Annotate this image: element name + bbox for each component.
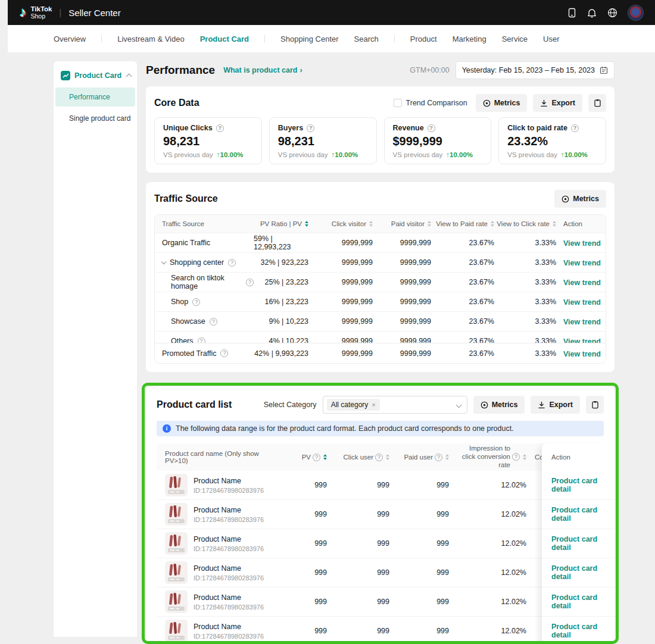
category-select[interactable]: All category × (323, 396, 467, 414)
calendar-icon (600, 66, 608, 74)
view-trend-link[interactable]: View trend (563, 298, 601, 307)
view-to-click-value: 3.33% (494, 298, 556, 306)
help-icon[interactable]: ? (313, 454, 320, 461)
help-icon[interactable]: ? (375, 454, 383, 461)
pv-value: 999 (279, 627, 327, 635)
tiktok-shop-logo[interactable]: ♪ TikTok Shop (20, 5, 52, 19)
paid-visitor-value: 9999,999 (373, 278, 431, 286)
device-icon[interactable] (567, 8, 576, 18)
vs-previous-day-label: VS previous day (278, 151, 328, 158)
help-icon[interactable]: ? (435, 454, 442, 461)
impression-rate-value: 12.02% (449, 539, 526, 548)
view-to-paid-value: 23.67% (431, 239, 494, 247)
traffic-source-name: Organic Traffic (162, 239, 210, 247)
product-card-detail-link[interactable]: Product card detail (551, 593, 615, 610)
help-icon[interactable]: ? (571, 124, 579, 132)
nav-item[interactable]: User (543, 35, 559, 43)
date-range-picker[interactable]: Yesterday: Feb 15, 2023 – Feb 15, 2023 (456, 61, 615, 79)
product-card-detail-link[interactable]: Product card detail (551, 477, 615, 493)
help-icon[interactable]: ? (210, 318, 217, 326)
view-trend-link[interactable]: View trend (563, 279, 601, 287)
product-card-detail-link[interactable]: Product card detail (551, 623, 615, 639)
view-trend-link[interactable]: View trend (563, 350, 601, 358)
traffic-source-name: Promoted Traffic (162, 349, 216, 358)
help-icon[interactable]: ? (512, 453, 520, 461)
click-visitor-value: 9999,999 (308, 278, 373, 286)
help-icon[interactable]: ? (246, 279, 254, 286)
product-card-detail-link[interactable]: Product card detail (551, 506, 615, 523)
metrics-button[interactable]: Metrics (473, 396, 525, 414)
view-trend-link[interactable]: View trend (563, 318, 601, 326)
view-trend-link[interactable]: View trend (563, 239, 601, 248)
sidebar-item[interactable]: Single product card (54, 109, 137, 128)
topbar: ♪ TikTok Shop | Seller Center (8, 0, 655, 25)
nav-item[interactable] (101, 35, 102, 43)
help-icon[interactable]: ? (307, 124, 314, 132)
nav-item[interactable] (394, 35, 395, 43)
paid-user-value: 999 (389, 510, 449, 518)
tiktok-note-icon: ♪ (20, 5, 27, 19)
copy-data-button[interactable] (586, 396, 604, 414)
what-is-product-card-link[interactable]: What is product card› (223, 66, 302, 74)
click-user-value: 999 (327, 510, 389, 518)
trend-comparison-checkbox[interactable]: Trend Comparison (394, 99, 467, 107)
copy-data-button[interactable] (588, 94, 606, 112)
product-thumbnail (165, 620, 188, 642)
metrics-icon (562, 195, 569, 203)
nav-item[interactable]: Shopping Center (280, 35, 339, 43)
metrics-button[interactable]: Metrics (476, 94, 528, 112)
click-visitor-value: 9999,999 (308, 337, 373, 343)
nav-item[interactable]: Marketing (453, 35, 486, 43)
sidebar-section-product-card[interactable]: Product Card (54, 71, 137, 80)
product-name: Product Name (194, 477, 264, 485)
nav-item[interactable]: Overview (54, 35, 86, 43)
view-trend-link[interactable]: View trend (563, 259, 601, 267)
info-banner: i The following data range is for the pr… (157, 421, 604, 436)
view-to-paid-value: 23.67% (431, 258, 494, 267)
nav-item[interactable]: Product (410, 35, 437, 43)
export-button[interactable]: Export (533, 94, 582, 112)
nav-item[interactable] (264, 35, 265, 43)
nav-item[interactable]: Livestream & Video (117, 35, 185, 43)
click-user-value: 999 (327, 568, 389, 577)
product-card-detail-link[interactable]: Product card detail (551, 564, 615, 581)
nav-item[interactable]: Product Card (200, 35, 249, 43)
avatar[interactable] (628, 5, 643, 20)
select-category-label: Select Category (264, 401, 317, 409)
export-button[interactable]: Export (531, 396, 580, 414)
globe-icon[interactable] (607, 8, 617, 18)
remove-tag-icon[interactable]: × (372, 401, 375, 408)
col-paid-user: Paid user? (389, 454, 449, 461)
chevron-up-icon[interactable] (126, 74, 132, 80)
metric-card: Revenue ? $999,999 VS previous day ↑10.0… (384, 117, 492, 164)
nav-item[interactable]: Service (502, 35, 528, 43)
view-trend-link[interactable]: View trend (563, 337, 601, 343)
chevron-down-icon[interactable] (161, 260, 166, 264)
delta-value: 10.00% (335, 151, 358, 158)
click-user-value: 999 (327, 539, 389, 548)
paid-user-value: 999 (389, 598, 449, 606)
help-icon[interactable]: ? (198, 337, 205, 343)
metrics-button[interactable]: Metrics (554, 190, 606, 208)
col-view-to-paid: View to Paid rate (431, 220, 494, 227)
nav-item[interactable]: Search (354, 35, 379, 43)
help-icon[interactable]: ? (216, 124, 224, 132)
pv-ratio-value: 25% | 23,223 (254, 278, 308, 286)
sidebar-section-label: Product Card (74, 71, 121, 80)
paid-user-value: 999 (389, 568, 449, 577)
product-thumbnail (165, 561, 188, 584)
help-icon[interactable]: ? (192, 298, 200, 306)
product-thumbnail (165, 532, 188, 555)
traffic-table-header: Traffic Source PV Ratio | PV Click visit… (155, 215, 606, 233)
date-range-value: Yesterday: Feb 15, 2023 – Feb 15, 2023 (462, 66, 595, 74)
product-card-detail-link[interactable]: Product card detail (551, 535, 615, 552)
bell-icon[interactable] (587, 8, 597, 18)
product-thumbnail (165, 503, 188, 526)
help-icon[interactable]: ? (220, 349, 228, 357)
col-click-user: Click user? (327, 454, 389, 461)
vs-previous-day-label: VS previous day (163, 151, 213, 158)
checkbox-box[interactable] (394, 99, 402, 107)
help-icon[interactable]: ? (428, 124, 435, 132)
sidebar-item[interactable]: Performance (55, 87, 135, 107)
help-icon[interactable]: ? (228, 259, 236, 267)
